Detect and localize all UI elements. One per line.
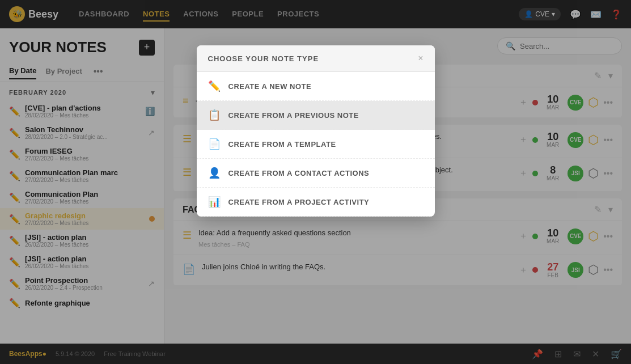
modal-item-label: CREATE FROM A PROJECT ACTIVITY xyxy=(228,198,370,206)
modal-item-label: CREATE FROM A CONTACT ACTIONS xyxy=(228,169,370,177)
modal-title: CHOOSE YOUR NOTE TYPE xyxy=(208,54,319,63)
project-icon: 📊 xyxy=(208,196,221,208)
copy-icon: 📋 xyxy=(208,109,221,121)
modal-item-label: CREATE A NEW NOTE xyxy=(228,82,312,91)
modal-header: CHOOSE YOUR NOTE TYPE × xyxy=(197,45,435,72)
modal-overlay: CHOOSE YOUR NOTE TYPE × ✏️ CREATE A NEW … xyxy=(0,0,631,364)
modal-item-label: CREATE FROM A TEMPLATE xyxy=(228,140,336,149)
pencil-icon: ✏️ xyxy=(208,80,221,92)
modal-item-from-template[interactable]: 📄 CREATE FROM A TEMPLATE xyxy=(197,130,435,159)
modal-close-button[interactable]: × xyxy=(418,53,423,64)
template-icon: 📄 xyxy=(208,138,221,150)
modal-item-from-contact[interactable]: 👤 CREATE FROM A CONTACT ACTIONS xyxy=(197,159,435,188)
modal-item-new-note[interactable]: ✏️ CREATE A NEW NOTE xyxy=(197,72,435,101)
modal-item-from-project[interactable]: 📊 CREATE FROM A PROJECT ACTIVITY xyxy=(197,188,435,217)
modal-item-from-previous[interactable]: 📋 CREATE FROM A PREVIOUS NOTE xyxy=(197,101,435,130)
choose-note-type-modal: CHOOSE YOUR NOTE TYPE × ✏️ CREATE A NEW … xyxy=(197,45,435,217)
person-icon: 👤 xyxy=(208,167,221,179)
modal-item-label: CREATE FROM A PREVIOUS NOTE xyxy=(228,111,359,120)
